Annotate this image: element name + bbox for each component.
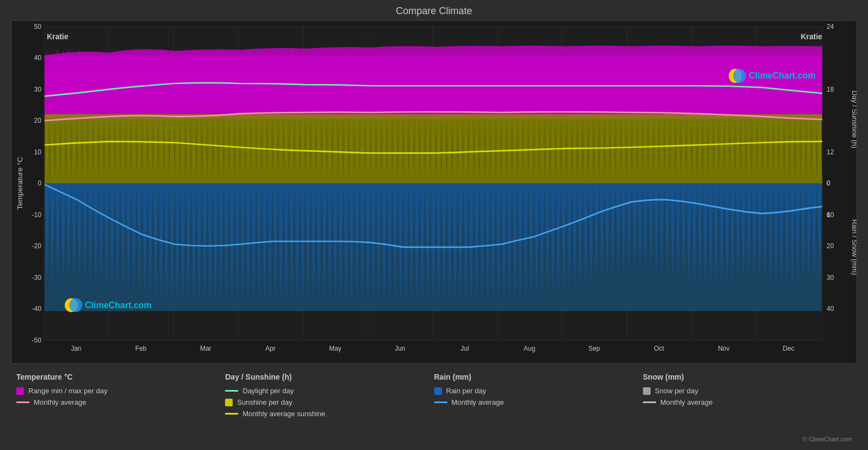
svg-text:10: 10 xyxy=(827,211,834,218)
svg-text:Kratie: Kratie xyxy=(800,32,822,41)
svg-text:-10: -10 xyxy=(32,211,41,218)
legend-swatch-rain xyxy=(434,387,442,395)
legend-col-snow: Snow (mm) Snow per day Monthly average ©… xyxy=(643,373,852,442)
svg-text:Oct: Oct xyxy=(654,344,664,352)
legend-item-rain: Rain per day xyxy=(434,387,643,395)
legend-swatch-snow xyxy=(643,387,651,395)
legend-item-daylight: Daylight per day xyxy=(225,387,434,395)
svg-text:Rain / Snow (mm): Rain / Snow (mm) xyxy=(851,219,857,275)
chart-area: 50 40 30 20 10 0 -10 -20 -30 -40 -50 24 … xyxy=(11,20,857,364)
svg-text:Jul: Jul xyxy=(460,344,469,352)
svg-text:May: May xyxy=(329,344,342,352)
legend-swatch-sunshine-avg xyxy=(225,413,238,415)
svg-text:Dec: Dec xyxy=(783,344,794,352)
svg-text:40: 40 xyxy=(34,54,41,62)
legend-item-sunshine: Sunshine per day xyxy=(225,398,434,406)
svg-text:Temperature °C: Temperature °C xyxy=(16,157,24,209)
legend-item-sunshine-avg: Monthly average sunshine xyxy=(225,410,434,418)
legend-label-daylight: Daylight per day xyxy=(242,387,294,395)
copyright: © ClimeChart.com xyxy=(643,436,852,442)
svg-text:0: 0 xyxy=(827,179,830,187)
legend-col2-title: Day / Sunshine (h) xyxy=(225,373,434,381)
legend-swatch-daylight xyxy=(225,390,238,392)
svg-text:Day / Sunshine (h): Day / Sunshine (h) xyxy=(851,91,857,148)
legend-col-temperature: Temperature °C Range min / max per day M… xyxy=(16,373,225,442)
svg-text:10: 10 xyxy=(34,148,41,155)
svg-text:-20: -20 xyxy=(32,242,41,250)
legend-label-snow-avg: Monthly average xyxy=(660,398,713,406)
svg-text:Jun: Jun xyxy=(394,344,405,352)
svg-text:ClimeChart.com: ClimeChart.com xyxy=(85,299,151,310)
legend-label-rain-avg: Monthly average xyxy=(452,398,504,406)
legend-item-rain-avg: Monthly average xyxy=(434,398,643,406)
svg-text:Aug: Aug xyxy=(524,344,535,352)
svg-text:-40: -40 xyxy=(32,305,41,313)
svg-text:20: 20 xyxy=(827,242,834,250)
svg-text:Jan: Jan xyxy=(71,344,81,352)
legend-item-snow: Snow per day xyxy=(643,387,852,395)
legend-label-rain: Rain per day xyxy=(446,387,487,395)
svg-text:50: 50 xyxy=(34,23,41,31)
svg-text:20: 20 xyxy=(34,117,41,124)
legend-col-rain: Rain (mm) Rain per day Monthly average xyxy=(434,373,643,442)
svg-text:Nov: Nov xyxy=(718,344,730,352)
legend-area: Temperature °C Range min / max per day M… xyxy=(11,368,857,445)
legend-label-sunshine-avg: Monthly average sunshine xyxy=(242,410,325,418)
svg-text:30: 30 xyxy=(34,86,41,93)
page-wrapper: Compare Climate xyxy=(0,0,868,450)
svg-text:Apr: Apr xyxy=(265,344,276,352)
svg-text:18: 18 xyxy=(827,86,834,93)
legend-swatch-temp-range xyxy=(16,387,24,395)
svg-text:Feb: Feb xyxy=(135,344,147,352)
legend-col4-title: Snow (mm) xyxy=(643,373,852,381)
legend-swatch-snow-avg xyxy=(643,401,656,403)
chart-title: Compare Climate xyxy=(11,5,857,17)
svg-point-69 xyxy=(733,69,746,83)
svg-point-72 xyxy=(69,298,82,313)
svg-text:Sep: Sep xyxy=(588,344,600,352)
legend-label-temp-range: Range min / max per day xyxy=(28,387,107,395)
legend-item-snow-avg: Monthly average xyxy=(643,398,852,406)
legend-item-temp-range: Range min / max per day xyxy=(16,387,225,395)
legend-swatch-temp-avg xyxy=(16,401,29,403)
legend-label-temp-avg: Monthly average xyxy=(34,398,86,406)
svg-text:24: 24 xyxy=(827,23,834,31)
legend-col-sunshine: Day / Sunshine (h) Daylight per day Suns… xyxy=(225,373,434,442)
svg-text:Kratie: Kratie xyxy=(47,32,69,41)
svg-text:30: 30 xyxy=(827,273,834,281)
legend-swatch-sunshine xyxy=(225,399,233,406)
svg-text:12: 12 xyxy=(827,148,834,155)
svg-text:Mar: Mar xyxy=(200,344,211,352)
svg-text:-30: -30 xyxy=(32,273,41,281)
legend-label-snow: Snow per day xyxy=(655,387,699,395)
legend-label-sunshine: Sunshine per day xyxy=(237,398,292,406)
legend-swatch-rain-avg xyxy=(434,401,447,403)
svg-text:-50: -50 xyxy=(32,336,41,344)
svg-text:0: 0 xyxy=(38,179,41,187)
svg-text:40: 40 xyxy=(827,305,834,313)
legend-col1-title: Temperature °C xyxy=(16,373,225,381)
legend-item-temp-avg: Monthly average xyxy=(16,398,225,406)
chart-svg: 50 40 30 20 10 0 -10 -20 -30 -40 -50 24 … xyxy=(11,21,857,363)
svg-text:ClimeChart.com: ClimeChart.com xyxy=(749,70,815,81)
legend-col3-title: Rain (mm) xyxy=(434,373,643,381)
